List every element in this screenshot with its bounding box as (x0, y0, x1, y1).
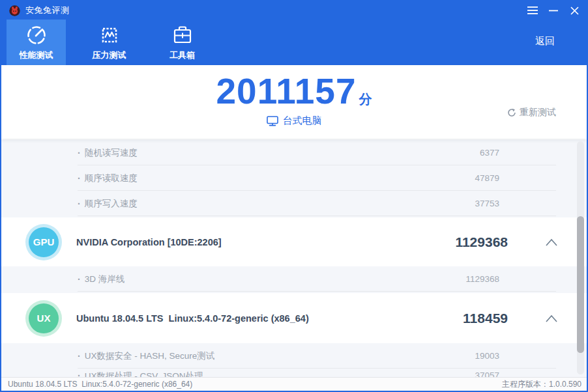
device-type: 台式电脑 (1, 115, 587, 127)
hamburger-icon (527, 7, 538, 14)
minimize-button[interactable] (546, 3, 561, 18)
subrow-value: 47879 (475, 173, 499, 183)
desktop-monitor-icon (267, 116, 278, 126)
speedometer-icon (25, 24, 48, 46)
refresh-icon (507, 108, 516, 117)
ux-badge-icon: UX (25, 300, 62, 337)
subrow-value: 37057 (475, 371, 499, 377)
subrow-ux-data-processing: · UX数据处理 - CSV, JSON处理 37057 (1, 369, 587, 377)
window-controls (525, 1, 581, 20)
subrow-label: UX数据安全 - HASH, Secure测试 (85, 350, 215, 362)
tab-label: 性能测试 (20, 49, 53, 61)
ux-section-score: 118459 (463, 311, 508, 326)
tab-label: 压力测试 (93, 49, 126, 61)
tab-toolbox[interactable]: 工具箱 (153, 20, 212, 65)
retest-label: 重新测试 (520, 107, 556, 119)
ux-badge-label: UX (29, 303, 59, 333)
chevron-up-icon[interactable] (545, 314, 558, 323)
subrow-label: UX数据处理 - CSV, JSON处理 (85, 371, 203, 377)
subrow-random-rw: · 随机读写速度 6377 (1, 140, 587, 165)
bullet: · (78, 351, 81, 361)
benchmark-list: · 随机读写速度 6377 · 顺序读取速度 47879 · 顺序写入速度 37… (1, 139, 587, 377)
gpu-badge-icon: GPU (25, 224, 62, 260)
statusbar: Ubuntu 18.04.5 LTS Linux:5.4.0-72-generi… (1, 377, 587, 391)
back-button[interactable]: 返回 (535, 35, 555, 48)
ux-section-header[interactable]: UX Ubuntu 18.04.5 LTS Linux:5.4.0-72-gen… (1, 293, 587, 343)
subrow-label: 随机读写速度 (85, 147, 138, 159)
subrow-ux-security: · UX数据安全 - HASH, Secure测试 19003 (1, 343, 587, 369)
app-title: 安兔兔评测 (25, 5, 70, 16)
bullet: · (78, 274, 81, 285)
gpu-section-title: NVIDIA Corporation [10DE:2206] (76, 237, 222, 247)
subrow-value: 19003 (475, 351, 499, 361)
subrow-label: 顺序读取速度 (85, 173, 138, 184)
retest-button[interactable]: 重新测试 (507, 107, 556, 119)
device-type-label: 台式电脑 (283, 115, 322, 127)
tabbar: 性能测试 压力测试 工具箱 返回 (1, 20, 587, 65)
bullet: · (78, 148, 81, 158)
subrow-seq-write: · 顺序写入速度 37753 (1, 191, 587, 216)
gpu-section-score: 1129368 (455, 234, 508, 250)
gpu-section-header[interactable]: GPU NVIDIA Corporation [10DE:2206] 11293… (1, 217, 587, 266)
tab-stress-test[interactable]: 压力测试 (80, 20, 139, 65)
subrow-label: 顺序写入速度 (85, 198, 138, 210)
chip-icon (98, 24, 121, 46)
score-value: 2011157 (216, 71, 356, 111)
scrollbar-thumb[interactable] (577, 216, 584, 353)
subrow-3d-coastline: · 3D 海岸线 1129368 (1, 266, 587, 292)
menu-button[interactable] (525, 3, 540, 18)
close-icon (570, 7, 579, 15)
antutu-logo-icon (9, 5, 20, 16)
subrow-seq-read: · 顺序读取速度 47879 (1, 165, 587, 191)
gpu-badge-label: GPU (29, 227, 59, 257)
version-value: 1.0.0.590 (549, 380, 581, 389)
version-label: 主程序版本： (502, 380, 549, 389)
subrow-label: 3D 海岸线 (85, 273, 125, 285)
storage-subrows: · 随机读写速度 6377 · 顺序读取速度 47879 · 顺序写入速度 37… (1, 140, 587, 217)
bullet: · (78, 173, 81, 184)
bullet: · (78, 199, 81, 209)
minimize-icon (549, 7, 558, 14)
score-panel: 2011157分 台式电脑 重新测试 (1, 65, 587, 139)
chevron-up-icon[interactable] (545, 238, 558, 247)
antutu-window: 安兔兔评测 (0, 0, 588, 392)
score-unit: 分 (359, 92, 372, 106)
close-button[interactable] (567, 3, 581, 18)
scrollbar-track[interactable] (577, 141, 584, 374)
subrow-value: 1129368 (465, 274, 499, 284)
app-version-text: 主程序版本：1.0.0.590 (502, 379, 581, 390)
tab-performance-test[interactable]: 性能测试 (7, 20, 66, 65)
bullet: · (78, 371, 81, 377)
tab-label: 工具箱 (169, 49, 195, 61)
titlebar: 安兔兔评测 (1, 1, 587, 20)
subrow-value: 6377 (480, 148, 499, 158)
subrow-value: 37753 (475, 199, 499, 208)
system-info-text: Ubuntu 18.04.5 LTS Linux:5.4.0-72-generi… (8, 380, 192, 389)
gpu-subrows: · 3D 海岸线 1129368 (1, 266, 587, 293)
toolbox-icon (171, 24, 194, 46)
ux-section-title: Ubuntu 18.04.5 LTS Linux:5.4.0-72-generi… (76, 313, 309, 324)
total-score: 2011157分 (1, 70, 587, 112)
ux-subrows: · UX数据安全 - HASH, Secure测试 19003 · UX数据处理… (1, 343, 587, 377)
